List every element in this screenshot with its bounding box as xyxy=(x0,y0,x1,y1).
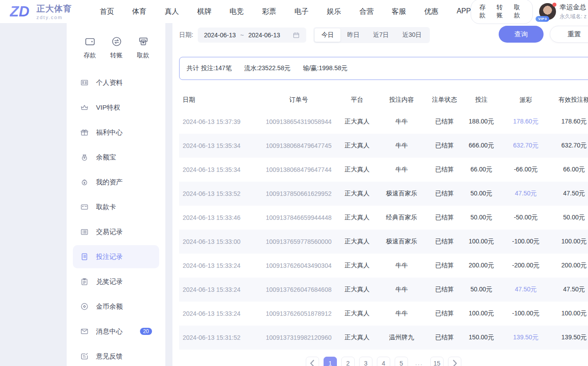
date-range-input[interactable]: 2024-06-13 ~ 2024-06-13 xyxy=(198,28,306,43)
sidebar-item-pouch[interactable]: 余额宝 xyxy=(73,146,159,169)
date-to: 2024-06-13 xyxy=(248,32,280,39)
nav-item-8[interactable]: 合营 xyxy=(359,7,373,16)
cell-date: 2024-06-13 15:33:52 xyxy=(179,190,261,197)
summary-part-0: 共计 投注:147笔 xyxy=(187,64,232,72)
quick-action-wallet[interactable]: 存款 xyxy=(84,36,96,60)
cell-valid: 139.50元 xyxy=(553,334,588,342)
table-row[interactable]: 2024-06-13 15:33:001009137659778560000正大… xyxy=(179,230,588,254)
cell-status: 已结算 xyxy=(425,214,464,222)
cell-date: 2024-06-13 15:31:52 xyxy=(179,334,261,341)
nav-item-10[interactable]: 优惠 xyxy=(424,7,438,16)
sidebar-menu: 个人资料VIP特权福利中心余额宝我的资产取款卡交易记录投注记录兑奖记录金币余额消… xyxy=(67,66,165,366)
cell-order: 1009137626043490304 xyxy=(261,262,336,269)
sidebar-item-feedback[interactable]: 意见反馈 xyxy=(73,345,159,366)
sidebar-item-label: 我的资产 xyxy=(96,178,123,187)
table-row[interactable]: 2024-06-13 15:31:521009137319982120960正大… xyxy=(179,326,588,350)
cell-order: 1009138068479647745 xyxy=(261,142,336,149)
sidebar-item-coin[interactable]: 金币余额 xyxy=(73,295,159,318)
page-button-5[interactable]: 5 xyxy=(395,357,408,366)
brand-logo[interactable]: ZD 正大体育 zdty.com xyxy=(10,3,82,20)
page-button-1[interactable]: 1 xyxy=(324,357,337,366)
column-header-1: 订单号 xyxy=(261,96,336,104)
cell-status: 已结算 xyxy=(425,166,464,174)
table-row[interactable]: 2024-06-13 15:33:241009137626051878912正大… xyxy=(179,302,588,326)
cell-payout: 139.50元 xyxy=(499,334,553,342)
quick-range-group: 今日昨日近7日近30日 xyxy=(313,27,429,43)
cell-order: 1009138068479647744 xyxy=(261,166,336,173)
cell-status: 已结算 xyxy=(425,334,464,342)
column-header-0: 日期 xyxy=(179,96,261,104)
nav-item-9[interactable]: 客服 xyxy=(392,7,406,16)
table-row[interactable]: 2024-06-13 15:35:341009138068479647745正大… xyxy=(179,134,588,158)
notification-dot xyxy=(552,3,556,7)
column-header-6: 派彩 xyxy=(499,96,553,104)
sidebar-item-purse[interactable]: 我的资产 xyxy=(73,171,159,194)
quick-range-3[interactable]: 近30日 xyxy=(396,28,428,42)
nav-item-6[interactable]: 电子 xyxy=(294,7,308,16)
quick-action-withdraw[interactable]: 取款 xyxy=(137,36,149,60)
nav-item-5[interactable]: 彩票 xyxy=(262,7,276,16)
quick-action-transfer[interactable]: 转账 xyxy=(110,36,123,60)
table-row[interactable]: 2024-06-13 15:35:341009138068479647744正大… xyxy=(179,158,588,182)
header-quick-link-1[interactable]: 转账 xyxy=(496,4,507,20)
nav-item-4[interactable]: 电竞 xyxy=(229,7,244,16)
cell-content: 极速百家乐 xyxy=(378,190,425,198)
clipboard-icon xyxy=(80,277,89,286)
sidebar-item-crown[interactable]: VIP特权 xyxy=(73,96,159,119)
summary-bar: 共计 投注:147笔流水:23522.58元输/赢:1998.58元 xyxy=(179,57,588,80)
cell-valid: 50.00元 xyxy=(553,214,588,222)
page-prev-button[interactable] xyxy=(306,357,319,366)
page-button-3[interactable]: 3 xyxy=(359,357,372,366)
cell-valid: 178.60元 xyxy=(553,118,588,126)
sidebar-item-bet-record[interactable]: 投注记录 xyxy=(73,245,159,268)
page-button-4[interactable]: 4 xyxy=(377,357,390,366)
sidebar-item-label: 意见反馈 xyxy=(96,352,123,361)
sidebar-item-mail[interactable]: 消息中心20 xyxy=(73,320,159,343)
header-quick-link-0[interactable]: 存款 xyxy=(479,4,490,20)
sidebar-item-id-card[interactable]: 个人资料 xyxy=(73,71,159,94)
sidebar-quick-actions: 存款转账取款 xyxy=(67,23,165,66)
cell-platform: 正大真人 xyxy=(336,238,378,246)
bet-record-icon xyxy=(80,252,89,261)
svg-text:ZD: ZD xyxy=(10,3,29,20)
header-quick-link-2[interactable]: 取款 xyxy=(514,4,524,20)
nav-item-1[interactable]: 体育 xyxy=(132,7,146,16)
table-row[interactable]: 2024-06-13 15:33:521009137850661629952正大… xyxy=(179,182,588,206)
table-row[interactable]: 2024-06-13 15:37:391009138654319058944正大… xyxy=(179,110,588,134)
cell-content: 极速百家乐 xyxy=(378,238,425,246)
user-info[interactable]: VIP3 幸运金总 永久域名: z xyxy=(539,3,588,20)
nav-item-11[interactable]: APP xyxy=(456,7,471,16)
cell-platform: 正大真人 xyxy=(336,262,378,270)
cell-date: 2024-06-13 15:33:24 xyxy=(179,286,261,293)
nav-item-2[interactable]: 真人 xyxy=(164,7,179,16)
sidebar-item-clipboard[interactable]: 兑奖记录 xyxy=(73,270,159,293)
cell-order: 1009137626047684608 xyxy=(261,286,336,293)
reset-button[interactable]: 重置 xyxy=(550,26,588,43)
date-from: 2024-06-13 xyxy=(204,32,236,39)
table-row[interactable]: 2024-06-13 15:33:241009137626047684608正大… xyxy=(179,278,588,302)
page-button-15[interactable]: 15 xyxy=(430,357,444,366)
sidebar-item-bank-card[interactable]: 取款卡 xyxy=(73,195,159,219)
quick-action-label: 取款 xyxy=(137,52,149,60)
mail-icon xyxy=(80,327,89,336)
cell-date: 2024-06-13 15:33:24 xyxy=(179,262,261,269)
page-next-button[interactable] xyxy=(448,357,461,366)
cell-payout: -50.00元 xyxy=(499,214,553,222)
cell-payout: 632.70元 xyxy=(499,142,553,150)
cell-content: 牛牛 xyxy=(378,310,425,318)
top-header: ZD 正大体育 zdty.com 首页体育真人棋牌电竞彩票电子娱乐合营客服优惠A… xyxy=(0,0,588,23)
calendar-icon[interactable] xyxy=(292,32,300,39)
quick-range-0[interactable]: 今日 xyxy=(315,28,340,42)
quick-range-1[interactable]: 昨日 xyxy=(340,28,366,42)
cell-content: 牛牛 xyxy=(378,166,425,174)
table-row[interactable]: 2024-06-13 15:33:241009137626043490304正大… xyxy=(179,254,588,278)
quick-range-2[interactable]: 近7日 xyxy=(366,28,396,42)
sidebar-item-gift[interactable]: 福利中心 xyxy=(73,121,159,144)
sidebar-item-transaction-list[interactable]: 交易记录 xyxy=(73,220,159,243)
search-button[interactable]: 查询 xyxy=(499,26,544,43)
table-row[interactable]: 2024-06-13 15:33:461009137846659944448正大… xyxy=(179,206,588,230)
nav-item-0[interactable]: 首页 xyxy=(100,7,114,16)
nav-item-3[interactable]: 棋牌 xyxy=(197,7,211,16)
nav-item-7[interactable]: 娱乐 xyxy=(327,7,341,16)
page-button-2[interactable]: 2 xyxy=(341,357,355,366)
